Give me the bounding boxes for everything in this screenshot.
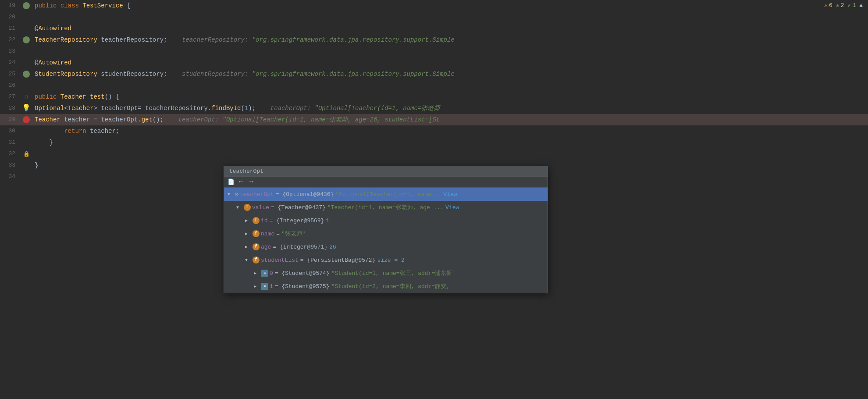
gutter-30 bbox=[20, 125, 33, 137]
debug-row-name[interactable]: f name = "张老师" bbox=[224, 227, 548, 240]
f-icon-id: f bbox=[253, 217, 260, 224]
gutter-icon-22 bbox=[23, 36, 30, 43]
chevron-up-button[interactable]: ▲ bbox=[859, 2, 863, 9]
var-student-1: 1 bbox=[270, 283, 273, 290]
line-number-19: 19 bbox=[0, 0, 20, 11]
line-content-26 bbox=[33, 80, 868, 91]
view-link-teacheropt[interactable]: View bbox=[443, 191, 457, 198]
debug-row-id[interactable]: f id = {Integer@9569} 1 bbox=[224, 214, 548, 227]
code-line-23: 23 bbox=[0, 46, 868, 57]
line-number-21: 21 bbox=[0, 23, 20, 34]
top-bar: ⚠ 6 ⚠ 2 ✓ 1 ▲ bbox=[819, 0, 868, 11]
warning-icon-2: ⚠ bbox=[836, 2, 840, 9]
ok-icon: ✓ bbox=[848, 2, 851, 9]
gutter-22 bbox=[20, 34, 33, 46]
val-name: "张老师" bbox=[281, 230, 306, 238]
editor-container: ⚠ 6 ⚠ 2 ✓ 1 ▲ 19 public class TestServic… bbox=[0, 0, 868, 399]
line-content-24: @Autowired bbox=[33, 57, 868, 68]
f-icon-age: f bbox=[253, 243, 260, 250]
debug-row-age[interactable]: f age = {Integer@9571} 26 bbox=[224, 240, 548, 253]
view-link-value[interactable]: View bbox=[445, 204, 459, 211]
gutter-23 bbox=[20, 46, 33, 57]
val-student-0: "Student(id=1, name=张三, addr=浦东新 bbox=[331, 269, 452, 277]
line-number-33: 33 bbox=[0, 160, 20, 171]
gutter-27: ⊟ bbox=[20, 91, 33, 103]
var-name: name bbox=[261, 231, 274, 237]
line-number-28: 28 bbox=[0, 103, 20, 114]
var-studentlist: studentList bbox=[261, 257, 299, 264]
debug-row-student-0[interactable]: ≡ 0 = {Student@9574} "Student(id=1, name… bbox=[224, 267, 548, 280]
gutter-33 bbox=[20, 160, 33, 171]
warning-count-2: 2 bbox=[841, 2, 844, 9]
code-line-19: 19 public class TestService { bbox=[0, 0, 868, 11]
gutter-31 bbox=[20, 137, 33, 148]
code-line-20: 20 bbox=[0, 11, 868, 23]
list-icon-1: ≡ bbox=[261, 283, 268, 290]
code-line-27: 27 ⊟ public Teacher test() { bbox=[0, 91, 868, 103]
code-line-22: 22 TeacherRepository teacherRepository; … bbox=[0, 34, 868, 46]
f-icon-value: f bbox=[244, 204, 251, 211]
expand-arrow-student-0[interactable] bbox=[254, 271, 260, 276]
gutter-29 bbox=[20, 114, 33, 125]
line-number-34: 34 bbox=[0, 171, 20, 182]
line-content-19: public class TestService { bbox=[33, 0, 868, 11]
gutter-20 bbox=[20, 11, 33, 23]
expand-arrow-teacheropt[interactable] bbox=[228, 192, 234, 197]
debug-row-teacheropt[interactable]: ∞ teacherOpt = {Optional@9436} "Optional… bbox=[224, 188, 548, 201]
val-studentlist: size = 2 bbox=[377, 257, 404, 264]
ok-badge: ✓ 1 bbox=[848, 2, 856, 9]
line-number-29: 29 bbox=[0, 114, 20, 125]
gutter-21 bbox=[20, 23, 33, 34]
val-id: 1 bbox=[326, 217, 329, 224]
line-content-30: return teacher; bbox=[33, 125, 868, 137]
code-line-25: 25 StudentRepository studentRepository; … bbox=[0, 68, 868, 80]
debug-row-value[interactable]: f value = {Teacher@9437} "Teacher(id=1, … bbox=[224, 201, 548, 214]
debug-popup-title: teacherOpt bbox=[224, 166, 548, 177]
line-content-32 bbox=[33, 148, 868, 160]
gutter-25 bbox=[20, 68, 33, 80]
gutter-19 bbox=[20, 0, 33, 11]
val-age: 26 bbox=[329, 244, 336, 250]
gutter-26 bbox=[20, 80, 33, 91]
breakpoint-icon-29[interactable] bbox=[23, 116, 30, 123]
debug-row-student-1[interactable]: ≡ 1 = {Student@9575} "Student(id=2, name… bbox=[224, 280, 548, 293]
list-icon-0: ≡ bbox=[261, 270, 268, 277]
code-line-24: 24 @Autowired bbox=[0, 57, 868, 68]
val-value: "Teacher(id=1, name=张老师, age ... bbox=[327, 203, 444, 211]
gutter-icon-19 bbox=[23, 2, 30, 9]
line-number-30: 30 bbox=[0, 125, 20, 137]
line-content-31: } bbox=[33, 137, 868, 148]
var-id: id bbox=[261, 217, 268, 224]
expand-arrow-value[interactable] bbox=[236, 205, 242, 210]
line-number-23: 23 bbox=[0, 46, 20, 57]
gutter-24 bbox=[20, 57, 33, 68]
gutter-32: 🔒 bbox=[20, 148, 33, 160]
line-number-26: 26 bbox=[0, 80, 20, 91]
code-line-30: 30 return teacher; bbox=[0, 125, 868, 137]
lock-icon-32: 🔒 bbox=[23, 151, 30, 157]
var-student-0: 0 bbox=[270, 270, 273, 277]
line-content-22: TeacherRepository teacherRepository; tea… bbox=[33, 34, 868, 46]
val-teacheropt: "Optional[Teacher(id=1, name... bbox=[335, 191, 441, 198]
warning-badge-2: ⚠ 2 bbox=[836, 2, 844, 9]
line-number-32: 32 bbox=[0, 148, 20, 160]
line-content-27: public Teacher test() { bbox=[33, 91, 868, 103]
line-content-23 bbox=[33, 46, 868, 57]
expand-arrow-studentlist[interactable] bbox=[245, 258, 251, 263]
ok-count: 1 bbox=[852, 2, 856, 9]
expand-arrow-student-1[interactable] bbox=[254, 284, 260, 289]
expand-arrow-id[interactable] bbox=[245, 218, 251, 223]
debug-nav-back-button[interactable]: ← bbox=[237, 178, 245, 186]
fold-icon-27[interactable]: ⊟ bbox=[25, 94, 28, 100]
lightbulb-icon-28[interactable]: 💡 bbox=[22, 105, 31, 112]
code-line-32: 32 🔒 bbox=[0, 148, 868, 160]
debug-nav-forward-button[interactable]: → bbox=[248, 178, 256, 186]
expand-arrow-name[interactable] bbox=[245, 231, 251, 236]
gutter-34 bbox=[20, 171, 33, 182]
f-icon-name: f bbox=[253, 230, 260, 237]
line-number-22: 22 bbox=[0, 34, 20, 46]
debug-row-studentlist[interactable]: f studentList = {PersistentBag@9572} siz… bbox=[224, 253, 548, 267]
var-age: age bbox=[261, 244, 271, 250]
val-student-1: "Student(id=2, name=李四, addr=静安, bbox=[331, 282, 450, 290]
expand-arrow-age[interactable] bbox=[245, 244, 251, 249]
